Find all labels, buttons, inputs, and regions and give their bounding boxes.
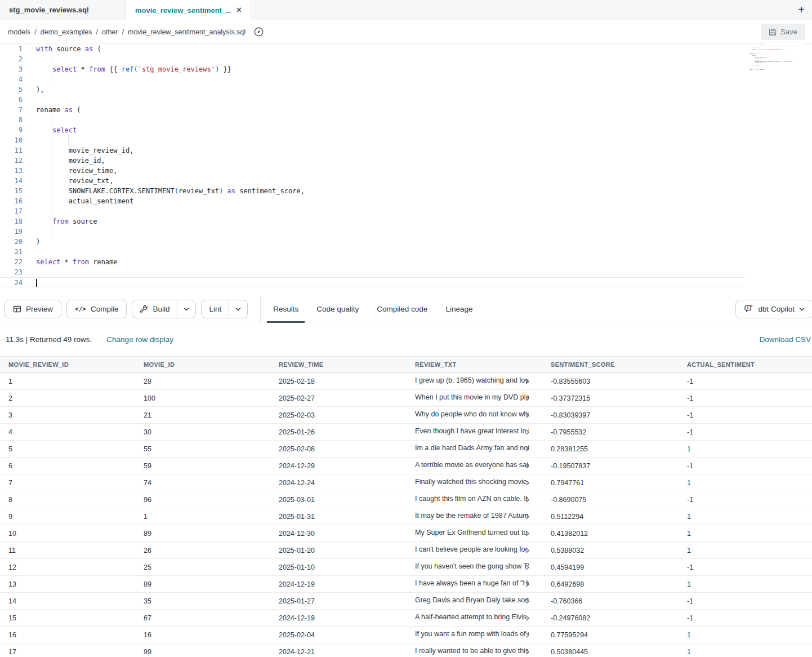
code-line[interactable]: 19 bbox=[0, 227, 812, 237]
code-line[interactable]: 15 SNOWFLAKE.CORTEX.SENTIMENT(review_txt… bbox=[0, 186, 812, 196]
code-line[interactable]: 17 bbox=[0, 206, 812, 216]
tab-lineage[interactable]: Lineage bbox=[436, 296, 481, 322]
table-row[interactable]: 12252025-01-10If you haven't seen the go… bbox=[0, 559, 812, 576]
code-line[interactable]: 10 bbox=[0, 135, 812, 145]
column-header-movie_review_id[interactable]: MOVIE_REVIEW_ID bbox=[0, 361, 135, 368]
table-row[interactable]: 13892024-12-19I have always been a huge … bbox=[0, 576, 812, 593]
code-line[interactable]: 14 review_txt, bbox=[0, 176, 812, 186]
column-header-sentiment_score[interactable]: SENTIMENT_SCORE bbox=[542, 361, 679, 368]
code-line[interactable]: 23 bbox=[0, 267, 812, 277]
cell-review_time: 2025-01-31 bbox=[270, 513, 407, 521]
compass-icon[interactable] bbox=[254, 27, 264, 37]
save-button[interactable]: Save bbox=[761, 24, 805, 40]
cell-actual_sentiment: 1 bbox=[679, 547, 812, 554]
table-row[interactable]: 7742024-12-24Finally watched this shocki… bbox=[0, 474, 812, 491]
code-line[interactable]: 18 from source bbox=[0, 216, 812, 227]
compile-button[interactable]: </> Compile bbox=[66, 300, 127, 318]
table-row[interactable]: 8962025-03-01I caught this film on AZN o… bbox=[0, 491, 812, 508]
lint-button[interactable]: Lint bbox=[202, 300, 229, 318]
code-line[interactable]: 11 movie_review_id, bbox=[0, 145, 812, 156]
table-row[interactable]: 14352025-01-27Greg Davis and Bryan Daly … bbox=[0, 593, 812, 610]
expand-row-icon[interactable] bbox=[525, 412, 530, 419]
tab-movie-review-sentiment-analysis[interactable]: movie_review_sentiment_... × bbox=[126, 0, 251, 20]
download-csv-link[interactable]: Download CSV bbox=[759, 335, 811, 344]
expand-row-icon[interactable] bbox=[525, 496, 530, 503]
code-line[interactable]: 9 select bbox=[0, 125, 812, 135]
code-line[interactable]: 24 bbox=[0, 277, 745, 287]
tab-compiled-code[interactable]: Compiled code bbox=[368, 296, 436, 322]
cell-review_txt: A half-hearted attempt to bring Elvis P… bbox=[407, 613, 542, 623]
expand-row-icon[interactable] bbox=[525, 615, 530, 622]
build-dropdown[interactable] bbox=[177, 300, 195, 318]
tab-stg-movie-reviews[interactable]: stg_movie_reviews.sql bbox=[0, 0, 126, 20]
expand-row-icon[interactable] bbox=[525, 480, 530, 486]
column-header-movie_id[interactable]: MOVIE_ID bbox=[135, 361, 270, 368]
code-editor[interactable]: with source as ( select * from {{ ref('s… bbox=[0, 44, 812, 296]
expand-row-icon[interactable] bbox=[525, 429, 530, 436]
expand-row-icon[interactable] bbox=[525, 598, 530, 605]
table-row[interactable]: 15672024-12-19A half-hearted attempt to … bbox=[0, 610, 812, 627]
code-line[interactable]: 13 review_time, bbox=[0, 166, 812, 176]
code-line[interactable]: 22select * from rename bbox=[0, 257, 812, 267]
table-row[interactable]: 3212025-02-03Why do people who do not kn… bbox=[0, 407, 812, 424]
table-row[interactable]: 21002025-02-27When I put this movie in m… bbox=[0, 390, 812, 407]
expand-row-icon[interactable] bbox=[525, 395, 530, 402]
dbt-copilot-button[interactable]: dbt Copilot bbox=[735, 300, 812, 318]
code-line[interactable]: 20) bbox=[0, 237, 812, 247]
column-header-review_txt[interactable]: REVIEW_TXT bbox=[407, 361, 542, 368]
code-line[interactable]: 8 bbox=[0, 115, 812, 125]
breadcrumb-segment[interactable]: other bbox=[102, 28, 118, 36]
indent-guide bbox=[68, 135, 69, 145]
lint-dropdown[interactable] bbox=[229, 300, 247, 318]
expand-row-icon[interactable] bbox=[525, 530, 530, 537]
cell-sentiment_score: -0.760366 bbox=[542, 597, 679, 605]
breadcrumb-segment[interactable]: models bbox=[8, 28, 30, 36]
code-line[interactable]: 3 select * from {{ ref('stg_movie_review… bbox=[0, 64, 812, 74]
preview-button[interactable]: Preview bbox=[5, 300, 61, 318]
expand-row-icon[interactable] bbox=[525, 649, 530, 655]
expand-row-icon[interactable] bbox=[525, 463, 530, 469]
column-header-review_time[interactable]: REVIEW_TIME bbox=[270, 361, 407, 368]
text-cursor bbox=[36, 279, 37, 287]
build-button[interactable]: Build bbox=[132, 300, 177, 318]
tab-results[interactable]: Results bbox=[264, 296, 307, 322]
expand-row-icon[interactable] bbox=[525, 513, 530, 520]
change-row-display-link[interactable]: Change row display bbox=[106, 335, 173, 344]
expand-row-icon[interactable] bbox=[525, 547, 530, 554]
expand-row-icon[interactable] bbox=[525, 581, 530, 588]
table-row[interactable]: 1282025-02-18I grew up (b. 1965) watchin… bbox=[0, 373, 812, 390]
table-row[interactable]: 912025-01-31It may be the remake of 1987… bbox=[0, 508, 812, 525]
code-line[interactable]: 4 bbox=[0, 74, 812, 85]
code-line[interactable]: 6 bbox=[0, 95, 812, 105]
code-line[interactable]: 2 bbox=[0, 54, 812, 64]
code-text: select * from {{ ref('stg_movie_reviews'… bbox=[36, 64, 231, 74]
code-line[interactable]: 7rename as ( bbox=[0, 105, 812, 115]
expand-row-icon[interactable] bbox=[525, 632, 530, 638]
table-row[interactable]: 6592024-12-29A terrible movie as everyon… bbox=[0, 458, 812, 474]
code-line[interactable]: 5), bbox=[0, 85, 812, 95]
table-row[interactable]: 17992024-12-21I really wanted to be able… bbox=[0, 643, 812, 657]
table-row[interactable]: 11262025-01-20I can't believe people are… bbox=[0, 542, 812, 559]
indent-guide bbox=[52, 54, 52, 64]
close-tab-icon[interactable]: × bbox=[237, 6, 242, 15]
table-body: 1282025-02-18I grew up (b. 1965) watchin… bbox=[0, 373, 812, 657]
tab-code-quality[interactable]: Code quality bbox=[307, 296, 368, 322]
code-line[interactable]: 16 actual_sentiment bbox=[0, 196, 812, 206]
cell-review_txt: Greg Davis and Bryan Daly take some … bbox=[407, 596, 542, 606]
expand-row-icon[interactable] bbox=[525, 446, 530, 452]
table-row[interactable]: 4302025-01-26Even though I have great in… bbox=[0, 424, 812, 441]
column-header-actual_sentiment[interactable]: ACTUAL_SENTIMENT bbox=[679, 361, 812, 368]
code-line[interactable]: 21 bbox=[0, 247, 812, 257]
table-row[interactable]: 16162025-02-04If you want a fun romp wit… bbox=[0, 627, 812, 643]
line-number: 14 bbox=[0, 176, 23, 186]
expand-row-icon[interactable] bbox=[525, 378, 530, 385]
line-number: 22 bbox=[0, 257, 23, 267]
code-line[interactable]: 12 movie_id, bbox=[0, 156, 812, 166]
table-row[interactable]: 5552025-02-08Im a die hard Dads Army fan… bbox=[0, 441, 812, 458]
table-row[interactable]: 10892024-12-30My Super Ex Girlfriend tur… bbox=[0, 525, 812, 542]
cell-actual_sentiment: -1 bbox=[679, 614, 812, 622]
code-line[interactable]: 1with source as ( bbox=[0, 44, 812, 54]
expand-row-icon[interactable] bbox=[525, 564, 530, 571]
new-tab-button[interactable]: + bbox=[791, 0, 812, 20]
breadcrumb-segment[interactable]: demo_examples bbox=[41, 28, 92, 36]
